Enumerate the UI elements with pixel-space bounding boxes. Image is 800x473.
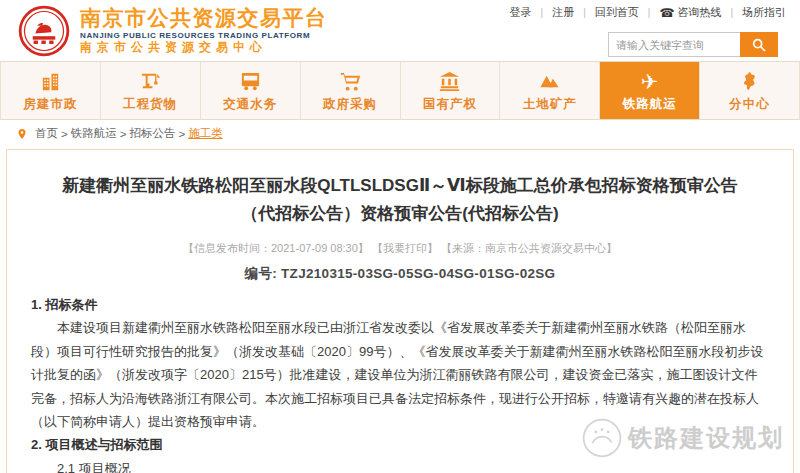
nav-item-transport[interactable]: 交通水务 [201, 62, 301, 119]
nav-item-land[interactable]: 土地矿产 [500, 62, 600, 119]
site-header: 南京市公共资源交易平台 NANJING PUBLIC RESOURCES TRA… [0, 0, 800, 61]
search-bar [608, 32, 778, 57]
section1-heading: 1. 招标条件 [31, 293, 769, 316]
main-nav: 房建市政 工程货物 交通水务 政府采购 国有产权 [0, 61, 800, 120]
nav-item-label: 房建市政 [23, 96, 77, 113]
search-icon [751, 37, 767, 53]
nav-item-railway[interactable]: ✈ 铁路航运 [600, 62, 700, 119]
breadcrumb-railway[interactable]: 铁路航运 [71, 126, 117, 141]
brand-title: 南京市公共资源交易平台 [80, 6, 328, 30]
article-body: 1. 招标条件 本建设项目新建衢州至丽水铁路松阳至丽水段已由浙江省发改委以《省发… [31, 293, 769, 473]
venue-guide-link[interactable]: 场所指引 [742, 5, 786, 20]
separator: | [648, 7, 651, 18]
article-meta: 【信息发布时间：2021-07-09 08:30】 【我要打印】 【来源：南京市… [31, 241, 769, 256]
separator: | [730, 7, 733, 18]
separator: | [583, 7, 586, 18]
nav-item-label: 政府采购 [323, 96, 377, 113]
nav-item-label: 土地矿产 [523, 96, 577, 113]
separator: | [541, 7, 544, 18]
nav-item-goods[interactable]: 工程货物 [101, 62, 201, 119]
section2-heading: 2. 项目概述与招标范围 [31, 433, 769, 456]
seal-emblem-icon [18, 5, 70, 57]
breadcrumb-home[interactable]: 首页 [35, 126, 58, 141]
breadcrumb-separator: > [61, 128, 68, 140]
back-home-link[interactable]: 回到首页 [595, 5, 639, 20]
nav-item-label: 分中心 [729, 96, 770, 113]
breadcrumb-separator: > [120, 128, 127, 140]
nav-item-branch-centers[interactable]: 分中心 [700, 62, 800, 119]
breadcrumb-current-construction[interactable]: 施工类 [188, 126, 223, 141]
site-seal-logo [18, 5, 70, 57]
print-link[interactable]: 【我要打印】 [372, 242, 438, 254]
bus-icon [239, 69, 262, 93]
source-label: 【来源：南京市公共资源交易中心】 [441, 242, 617, 254]
doc-number: 编号: TZJ210315-03SG-05SG-04SG-01SG-02SG [31, 265, 769, 283]
search-button[interactable] [740, 32, 778, 57]
publish-time: 【信息发布时间：2021-07-09 08:30】 [183, 242, 369, 254]
cart-icon [339, 69, 362, 93]
nav-item-label: 交通水务 [223, 96, 277, 113]
section1-paragraph: 本建设项目新建衢州至丽水铁路松阳至丽水段已由浙江省发改委以《省发展改革委关于新建… [31, 316, 769, 433]
breadcrumb: 首页 > 铁路航运 > 招标公告 > 施工类 [0, 120, 800, 147]
brand-subtitle-en: NANJING PUBLIC RESOURCES TRADING PLATFOR… [80, 31, 328, 40]
nav-item-housing[interactable]: 房建市政 [0, 62, 101, 119]
phone-icon: ☎ [659, 6, 674, 20]
breadcrumb-separator: > [178, 128, 185, 140]
hotline-label: 咨询热线 [677, 5, 721, 20]
plane-icon: ✈ [641, 69, 659, 93]
bank-icon [438, 69, 461, 93]
location-pin-icon [16, 127, 28, 141]
nav-item-procurement[interactable]: 政府采购 [301, 62, 401, 119]
region-map-icon [738, 69, 761, 93]
nav-item-label: 工程货物 [123, 96, 177, 113]
article-panel: 新建衢州至丽水铁路松阳至丽水段QLTLSLDSGⅡ～Ⅵ标段施工总价承包招标资格预… [6, 149, 794, 473]
search-input[interactable] [608, 32, 740, 57]
nav-item-label: 国有产权 [423, 96, 477, 113]
buildings-icon [39, 69, 62, 93]
brand-subtitle-cn: 南京市公共资源交易中心 [80, 41, 328, 55]
brand-block: 南京市公共资源交易平台 NANJING PUBLIC RESOURCES TRA… [80, 6, 328, 55]
page: 南京市公共资源交易平台 NANJING PUBLIC RESOURCES TRA… [0, 0, 800, 473]
nav-item-label: 铁路航运 [623, 96, 677, 113]
utility-links: 登录 | 注册 | 回到首页 | ☎咨询热线 | 场所指引 [510, 5, 786, 20]
nav-item-state-assets[interactable]: 国有产权 [401, 62, 501, 119]
login-link[interactable]: 登录 [510, 5, 532, 20]
section2-subheading: 2.1 项目概况 [31, 457, 769, 473]
register-link[interactable]: 注册 [552, 5, 574, 20]
mountain-icon [538, 69, 561, 93]
page-title: 新建衢州至丽水铁路松阳至丽水段QLTLSLDSGⅡ～Ⅵ标段施工总价承包招标资格预… [57, 172, 743, 228]
breadcrumb-announcements[interactable]: 招标公告 [129, 126, 175, 141]
hotline-link[interactable]: ☎咨询热线 [659, 5, 721, 20]
crane-icon [139, 69, 162, 93]
